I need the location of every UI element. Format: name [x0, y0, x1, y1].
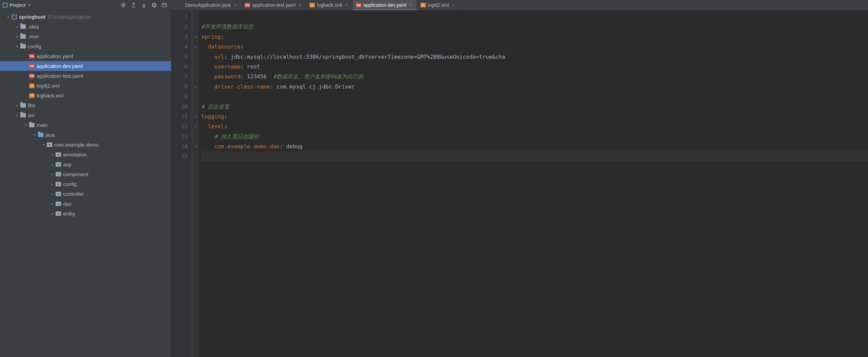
- tree-item[interactable]: application-dev.yaml: [0, 61, 171, 71]
- code-line[interactable]: spring:: [201, 32, 868, 42]
- springboot-icon: [177, 3, 183, 7]
- tree-item[interactable]: ▸aop: [0, 159, 171, 169]
- tree-item[interactable]: ▾main: [0, 120, 171, 130]
- code-content[interactable]: #开发环境数据库信息spring: datasource: url: jdbc:…: [199, 11, 868, 357]
- tree-item[interactable]: ▾springbootD:\code\springboot: [0, 12, 171, 22]
- code-line[interactable]: # 持久层日志级别: [201, 132, 868, 142]
- hide-panel-icon[interactable]: [160, 1, 168, 9]
- editor-tab[interactable]: application-test.yaml×: [241, 0, 306, 10]
- tree-toggle-icon[interactable]: ▾: [23, 123, 29, 127]
- tree-toggle-icon[interactable]: ▾: [41, 143, 46, 147]
- close-icon[interactable]: ×: [409, 3, 413, 7]
- tree-item-label: java: [45, 132, 55, 138]
- code-line[interactable]: password: 123456 #数据库名、用户名和密码改为自己的: [201, 72, 868, 81]
- tree-item[interactable]: ▸controller: [0, 189, 171, 199]
- tree-item[interactable]: ▸config: [0, 179, 171, 189]
- tree-item[interactable]: ▸annotation: [0, 150, 171, 159]
- line-number: 8: [171, 82, 188, 92]
- tree-item-label: .mvn: [28, 34, 39, 39]
- tree-toggle-icon[interactable]: ▾: [14, 113, 20, 117]
- xml-icon: [29, 93, 35, 98]
- code-line[interactable]: [201, 12, 868, 22]
- fold-column[interactable]: ⊟⊟⊟⊟⊟⊟: [192, 11, 199, 357]
- tree-toggle-icon[interactable]: ▸: [50, 192, 55, 196]
- tree-toggle-icon[interactable]: ▸: [14, 25, 20, 29]
- tree-item[interactable]: ▾src: [0, 110, 171, 120]
- locate-file-icon[interactable]: [119, 1, 128, 9]
- code-line[interactable]: #开发环境数据库信息: [201, 22, 868, 32]
- code-line[interactable]: com.example.demo.dao: debug: [201, 142, 868, 151]
- tree-item[interactable]: ▸.mvn: [0, 32, 171, 41]
- code-line[interactable]: username: root: [201, 62, 868, 72]
- project-panel-title[interactable]: Project: [10, 2, 25, 8]
- pkg-icon: [46, 143, 53, 147]
- fold-toggle-icon[interactable]: ⊟: [192, 121, 198, 131]
- tree-item[interactable]: ▾java: [0, 130, 171, 140]
- code-line[interactable]: url: jdbc:mysql://localhost:3306/springb…: [201, 52, 868, 62]
- tree-item[interactable]: ▸component: [0, 169, 171, 179]
- fold-toggle-icon[interactable]: ⊟: [192, 42, 198, 52]
- fold-spacer: [192, 62, 198, 72]
- tree-item[interactable]: ▾com.example.demo: [0, 140, 171, 150]
- project-tree[interactable]: ▾springbootD:\code\springboot▸.idea▸.mvn…: [0, 11, 171, 357]
- code-line[interactable]: # 日志设置: [201, 102, 868, 112]
- tree-toggle-icon[interactable]: ▸: [50, 212, 55, 215]
- tree-toggle-icon[interactable]: ▸: [50, 202, 55, 206]
- code-line[interactable]: datasource:: [201, 42, 868, 52]
- fold-toggle-icon[interactable]: ⊟: [192, 82, 198, 92]
- tree-toggle-icon[interactable]: ▾: [5, 15, 11, 19]
- tree-item[interactable]: logback.xml: [0, 91, 171, 100]
- expand-all-icon[interactable]: [130, 1, 138, 9]
- tree-toggle-icon[interactable]: ▸: [50, 163, 55, 166]
- collapse-all-icon[interactable]: [140, 1, 148, 9]
- project-dropdown-icon[interactable]: ▼: [27, 3, 31, 7]
- code-line[interactable]: [201, 151, 868, 161]
- settings-icon[interactable]: [150, 1, 158, 9]
- close-icon[interactable]: ×: [233, 3, 238, 7]
- code-line[interactable]: [201, 92, 868, 101]
- yaml-icon: [29, 74, 35, 78]
- code-line[interactable]: logging:: [201, 112, 868, 121]
- fold-spacer: [192, 22, 198, 32]
- fold-toggle-icon[interactable]: ⊟: [192, 32, 198, 42]
- editor-tab[interactable]: logback.xml×: [306, 0, 353, 10]
- tab-label: DemoApplication.java: [185, 2, 231, 8]
- tree-item[interactable]: ▸dao: [0, 199, 171, 209]
- tree-item[interactable]: ▸.idea: [0, 22, 171, 32]
- fold-toggle-icon[interactable]: ⊟: [192, 112, 198, 121]
- tree-item-label: component: [63, 171, 88, 177]
- folder-icon: [29, 123, 35, 127]
- tree-item[interactable]: ▾config: [0, 41, 171, 51]
- code-line[interactable]: level:: [201, 121, 868, 131]
- tree-item[interactable]: application.yaml: [0, 51, 171, 61]
- tree-item[interactable]: log4j2.xml: [0, 81, 171, 91]
- fold-spacer: [192, 12, 198, 22]
- tree-toggle-icon[interactable]: ▸: [14, 35, 20, 38]
- tree-toggle-icon[interactable]: ▾: [14, 44, 20, 48]
- tree-toggle-icon[interactable]: ▸: [50, 153, 55, 156]
- tree-toggle-icon[interactable]: ▸: [14, 104, 20, 107]
- tree-item-label: config: [28, 43, 41, 49]
- close-icon[interactable]: ×: [451, 3, 456, 7]
- editor-tab[interactable]: log4j2.xml×: [417, 0, 460, 10]
- pkg-icon: [55, 211, 62, 216]
- tree-item[interactable]: application-test.yaml: [0, 71, 171, 81]
- close-icon[interactable]: ×: [298, 3, 302, 7]
- folder-icon: [20, 103, 26, 108]
- fold-toggle-icon[interactable]: ⊟: [192, 142, 198, 151]
- tree-item[interactable]: ▸libs: [0, 100, 171, 110]
- code-editor[interactable]: 123456789101112131415 ⊟⊟⊟⊟⊟⊟ #开发环境数据库信息s…: [171, 11, 868, 357]
- tree-toggle-icon[interactable]: ▸: [50, 172, 55, 176]
- code-line[interactable]: driver-class-name: com.mysql.cj.jdbc.Dri…: [201, 82, 868, 92]
- editor-tab[interactable]: DemoApplication.java×: [174, 0, 241, 10]
- tree-item[interactable]: ▸entity: [0, 209, 171, 219]
- close-icon[interactable]: ×: [344, 3, 349, 7]
- line-number: 15: [171, 151, 188, 161]
- editor-tab[interactable]: application-dev.yaml×: [353, 0, 417, 10]
- folder-icon: [20, 44, 26, 49]
- tree-item-label: logback.xml: [37, 93, 63, 98]
- folder-icon: [20, 34, 26, 39]
- line-number: 14: [171, 142, 188, 151]
- tree-toggle-icon[interactable]: ▾: [32, 133, 37, 137]
- tree-toggle-icon[interactable]: ▸: [50, 182, 55, 186]
